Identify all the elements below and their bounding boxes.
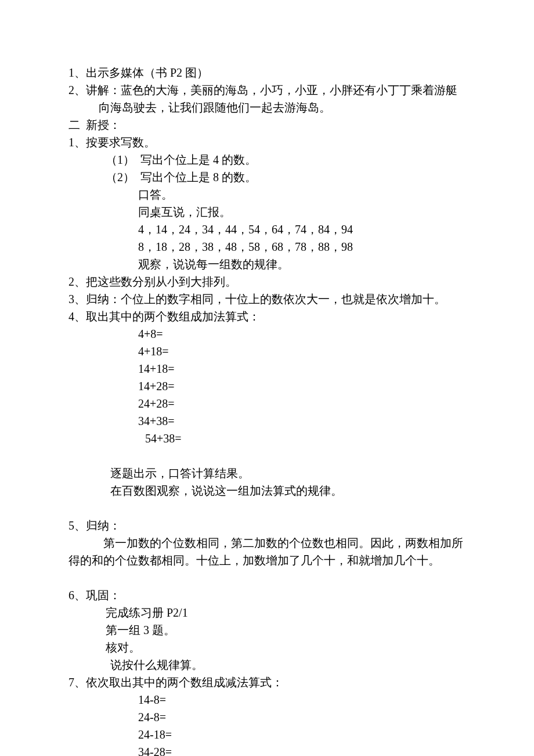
item-2-5-body: 第一加数的个位数相同，第二加数的个位数也相同。因此，两数相加所得的和的个位数都相… [68,534,466,569]
item-2-2: 2、把这些数分别从小到大排列。 [68,273,466,290]
sub-expr-4: 34-28= [68,743,466,756]
line-oral-answer: 口答。 [68,186,466,203]
add-expr-7: 54+38= [68,430,466,447]
item-2-6: 6、巩固： [68,586,466,604]
add-expr-4: 14+28= [68,377,466,395]
add-expr-2: 4+18= [68,343,466,360]
add-expr-5: 24+28= [68,395,466,412]
add-expr-6: 34+38= [68,412,466,430]
sub-expr-3: 24-18= [68,726,466,743]
line-check: 核对。 [68,639,466,656]
item-2-5: 5、归纳： [68,517,466,534]
add-expr-3: 14+18= [68,360,466,377]
number-list-8s: 8，18，28，38，48，58，68，78，88，98 [68,238,466,255]
add-expr-1: 4+8= [68,325,466,343]
spacer [68,499,466,517]
sub-expr-1: 14-8= [68,691,466,708]
line-observe-pattern: 观察，说说每一组数的规律。 [68,255,466,273]
number-list-4s: 4，14，24，34，44，54，64，74，84，94 [68,221,466,238]
section-2-heading: 二 新授： [68,116,466,134]
sub-expr-2: 24-8= [68,708,466,726]
item-2: 2、讲解：蓝色的大海，美丽的海岛，小巧，小亚，小胖还有小丁丁乘着游艇向海岛驶去，… [68,81,466,116]
line-hundred-chart-add: 在百数图观察，说说这一组加法算式的规律。 [68,482,466,499]
line-show-one-by-one: 逐题出示，口答计算结果。 [68,465,466,482]
line-first-group-3: 第一组 3 题。 [68,621,466,639]
line-deskmate: 同桌互说，汇报。 [68,203,466,221]
item-2-4: 4、取出其中的两个数组成加法算式： [68,308,466,325]
document-page: 1、出示多媒体（书 P2 图） 2、讲解：蓝色的大海，美丽的海岛，小巧，小亚，小… [0,0,534,756]
spacer [68,569,466,586]
subitem-2-1-1: （1） 写出个位上是 4 的数。 [68,151,466,168]
item-2-3: 3、归纳：个位上的数字相同，十位上的数依次大一，也就是依次增加十。 [68,290,466,308]
spacer [68,447,466,465]
line-say-rule: 说按什么规律算。 [68,656,466,674]
item-2-1: 1、按要求写数。 [68,134,466,151]
subitem-2-1-2: （2） 写出个位上是 8 的数。 [68,168,466,186]
line-workbook: 完成练习册 P2/1 [68,604,466,621]
item-2-7: 7、依次取出其中的两个数组成减法算式： [68,674,466,691]
item-1: 1、出示多媒体（书 P2 图） [68,64,466,81]
